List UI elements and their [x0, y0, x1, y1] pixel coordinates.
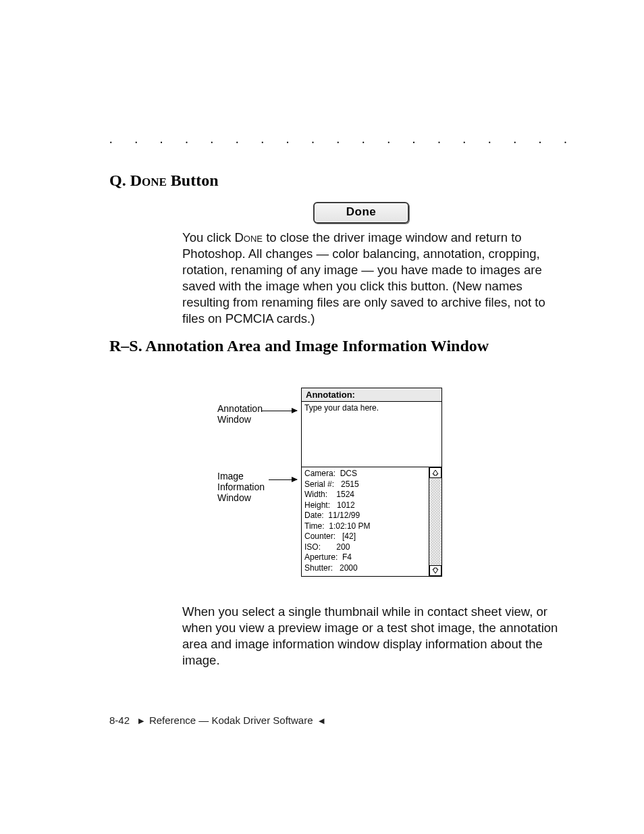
scrollbar[interactable]	[429, 467, 441, 576]
heading-q-done-button: Q. Done Button	[109, 172, 219, 190]
heading-q-suffix: Button	[167, 172, 219, 189]
annotation-text-area[interactable]: Type your data here.	[301, 401, 442, 467]
para-q-b: to close the driver image window and ret…	[182, 230, 545, 325]
scroll-down-arrow-icon[interactable]	[429, 565, 441, 576]
annotation-panel-title: Annotation:	[301, 388, 442, 401]
heading-rs-annotation-area: R–S. Annotation Area and Image Informati…	[109, 336, 568, 356]
paragraph-rs: When you select a single thumbnail while…	[182, 604, 564, 669]
connector-arrow-annotation	[262, 411, 297, 411]
image-info-panel: Camera: DCS Serial #: 2515 Width: 1524 H…	[301, 467, 442, 577]
heading-q-prefix: Q.	[109, 172, 130, 189]
footer-page-number: 8-42	[109, 714, 130, 726]
heading-q-done-word: Done	[130, 172, 167, 189]
paragraph-q: You click Done to close the driver image…	[182, 230, 564, 327]
annotation-panel-figure: Annotation: Type your data here. Camera:…	[301, 388, 442, 577]
dot-leader: . . . . . . . . . . . . . . . . . . . . …	[109, 132, 568, 147]
para-q-a: You click	[182, 230, 234, 244]
image-info-text: Camera: DCS Serial #: 2515 Width: 1524 H…	[302, 467, 429, 576]
para-q-done-smallcaps: Done	[234, 230, 263, 244]
triangle-right-icon: ▶	[138, 716, 144, 725]
scroll-up-arrow-icon[interactable]	[429, 467, 441, 478]
callout-annotation-window: Annotation Window	[217, 403, 278, 425]
footer-section-title: Reference — Kodak Driver Software	[149, 714, 313, 726]
connector-arrow-info	[269, 479, 297, 480]
page-footer: 8-42 ▶ Reference — Kodak Driver Software…	[109, 714, 324, 726]
triangle-left-icon: ◀	[319, 716, 324, 725]
callout-image-information-window: Image Information Window	[217, 471, 285, 503]
done-button[interactable]: Done	[313, 202, 409, 224]
